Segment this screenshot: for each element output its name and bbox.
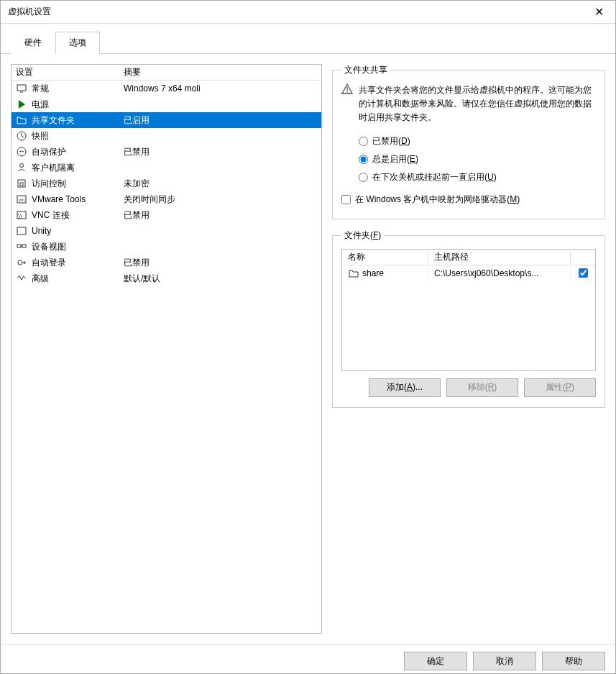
advanced-icon — [16, 273, 27, 284]
row-label: 设备视图 — [32, 241, 66, 253]
row-summary: 未加密 — [124, 178, 317, 190]
ok-button[interactable]: 确定 — [404, 652, 467, 670]
list-row[interactable]: 自动登录已禁用 — [12, 255, 321, 270]
folder-row[interactable]: shareC:\Users\xj060\Desktop\s... — [342, 265, 595, 281]
svg-rect-10 — [17, 227, 26, 234]
svg-text:vm: vm — [19, 198, 24, 202]
vm-icon: vm — [16, 193, 27, 205]
monitor-icon — [16, 83, 27, 94]
list-row[interactable]: 自动保护已禁用 — [12, 144, 321, 160]
col-header-summary: 摘要 — [124, 66, 317, 78]
list-row[interactable]: VNC 连接已禁用 — [12, 207, 321, 223]
svg-point-3 — [17, 147, 26, 156]
list-row[interactable]: 电源 — [12, 96, 321, 112]
row-summary: 已禁用 — [124, 146, 317, 158]
clock-icon — [16, 130, 27, 142]
warning-row: 共享文件夹会将您的文件显示给虚拟机中的程序。这可能为您的计算机和数据带来风险。请… — [341, 83, 596, 125]
row-label: 客户机隔离 — [32, 162, 75, 174]
svg-point-4 — [20, 164, 24, 168]
row-label: 自动保护 — [32, 146, 66, 158]
dialog-body: 设置 摘要 常规Windows 7 x64 moli电源共享文件夹已启用快照自动… — [1, 54, 615, 644]
group-folders: 文件夹(F) 名称 主机路径 shareC:\Users\xj060\Deskt… — [332, 229, 605, 408]
shield-icon — [16, 146, 27, 158]
radio-until-input[interactable] — [359, 173, 368, 182]
list-row[interactable]: Unity — [12, 223, 321, 239]
folder-icon — [348, 268, 359, 279]
list-row[interactable]: 快照 — [12, 128, 321, 144]
row-label: Unity — [32, 226, 51, 236]
folder-list-header: 名称 主机路径 — [342, 250, 595, 265]
list-row[interactable]: 访问控制未加密 — [12, 176, 321, 191]
svg-rect-6 — [20, 183, 23, 186]
row-summary: 已启用 — [124, 114, 317, 127]
add-button[interactable]: 添加(A)... — [369, 378, 441, 397]
list-row[interactable]: 客户机隔离 — [12, 160, 321, 176]
row-label: VNC 连接 — [32, 209, 70, 222]
settings-list: 设置 摘要 常规Windows 7 x64 moli电源共享文件夹已启用快照自动… — [11, 64, 322, 634]
col-header-path[interactable]: 主机路径 — [428, 251, 571, 263]
right-panel: 文件夹共享 共享文件夹会将您的文件显示给虚拟机中的程序。这可能为您的计算机和数据… — [332, 64, 605, 634]
unity-icon — [16, 225, 27, 237]
list-header: 设置 摘要 — [12, 65, 321, 81]
list-row[interactable]: 共享文件夹已启用 — [12, 112, 321, 128]
cancel-button[interactable]: 取消 — [473, 652, 536, 670]
folder-enabled-checkbox[interactable] — [579, 268, 588, 278]
radio-always-input[interactable] — [359, 155, 368, 164]
row-label: 访问控制 — [32, 178, 66, 190]
radio-always-enabled[interactable]: 总是启用(E) — [341, 150, 596, 168]
vnc-icon — [16, 209, 27, 221]
tab-bar: 硬件 选项 — [1, 24, 615, 54]
row-summary: 已禁用 — [124, 209, 317, 222]
row-label: 自动登录 — [32, 257, 66, 269]
list-row[interactable]: 高级默认/默认 — [12, 270, 321, 286]
list-row[interactable]: 设备视图 — [12, 239, 321, 255]
radio-disabled-input[interactable] — [359, 137, 368, 146]
warning-text: 共享文件夹会将您的文件显示给虚拟机中的程序。这可能为您的计算机和数据带来风险。请… — [359, 83, 596, 125]
properties-button[interactable]: 属性(P) — [524, 378, 596, 397]
group-title-sharing: 文件夹共享 — [341, 64, 390, 76]
row-summary: 关闭时间同步 — [124, 193, 317, 206]
device-icon — [16, 241, 27, 252]
svg-point-16 — [346, 91, 348, 93]
svg-rect-0 — [17, 85, 26, 91]
list-row[interactable]: vmVMware Tools关闭时间同步 — [12, 191, 321, 207]
svg-rect-11 — [17, 245, 21, 247]
svg-rect-12 — [22, 245, 26, 247]
tab-hardware[interactable]: 硬件 — [11, 32, 55, 54]
group-title-folders: 文件夹(F) — [341, 229, 384, 242]
radio-disabled[interactable]: 已禁用(D) — [341, 132, 596, 150]
close-icon[interactable]: ✕ — [590, 5, 608, 19]
group-folder-sharing: 文件夹共享 共享文件夹会将您的文件显示给虚拟机中的程序。这可能为您的计算机和数据… — [332, 64, 605, 219]
login-icon — [16, 257, 27, 268]
lock-icon — [16, 178, 27, 189]
titlebar: 虚拟机设置 ✕ — [1, 1, 615, 24]
row-label: 共享文件夹 — [32, 114, 75, 127]
folder-path: C:\Users\xj060\Desktop\s... — [428, 268, 571, 278]
remove-button[interactable]: 移除(R) — [446, 378, 518, 397]
check-map-drive[interactable]: 在 Windows 客户机中映射为网络驱动器(M) — [341, 191, 596, 209]
row-label: VMware Tools — [32, 194, 86, 204]
row-summary: 已禁用 — [124, 257, 317, 269]
folder-list[interactable]: 名称 主机路径 shareC:\Users\xj060\Desktop\s... — [341, 249, 596, 371]
folder-name: share — [362, 268, 384, 278]
radio-until-shutdown[interactable]: 在下次关机或挂起前一直启用(U) — [341, 168, 596, 186]
folder-icon — [16, 114, 27, 126]
col-header-name[interactable]: 名称 — [342, 251, 428, 263]
play-icon — [16, 99, 27, 110]
row-label: 高级 — [32, 273, 49, 285]
row-summary: Windows 7 x64 moli — [124, 83, 317, 94]
folder-buttons: 添加(A)... 移除(R) 属性(P) — [341, 378, 596, 397]
footer: 确定 取消 帮助 — [1, 644, 615, 674]
help-button[interactable]: 帮助 — [542, 652, 605, 670]
row-summary: 默认/默认 — [124, 273, 317, 285]
row-label: 电源 — [32, 99, 49, 111]
tab-options[interactable]: 选项 — [55, 32, 100, 54]
list-row[interactable]: 常规Windows 7 x64 moli — [12, 81, 321, 96]
isolate-icon — [16, 162, 27, 173]
check-map-drive-input[interactable] — [341, 195, 351, 204]
row-label: 常规 — [32, 83, 49, 95]
window-title: 虚拟机设置 — [8, 6, 590, 18]
col-header-setting: 设置 — [16, 66, 124, 78]
warning-icon — [341, 83, 353, 125]
row-label: 快照 — [32, 130, 49, 142]
